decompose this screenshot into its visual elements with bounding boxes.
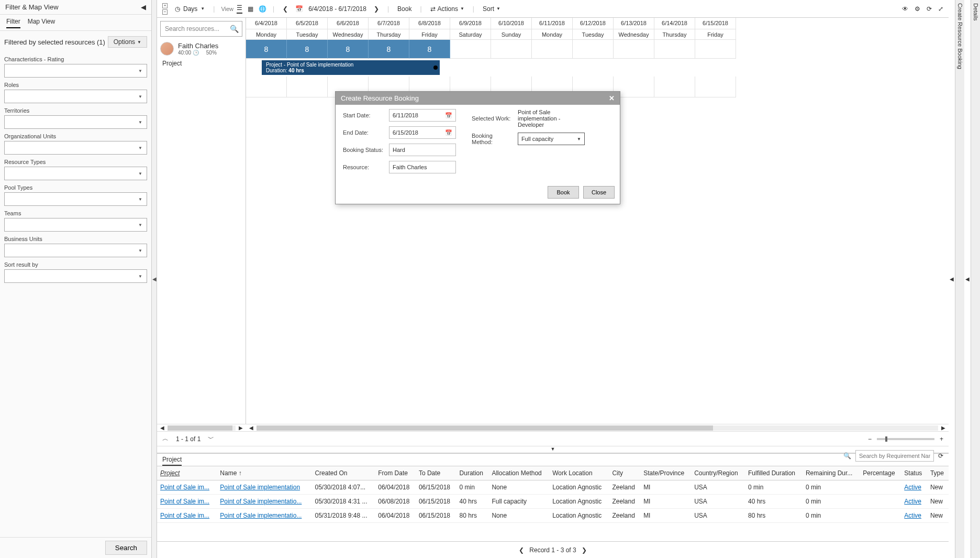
create-booking-panel-collapsed[interactable]: Create Resource Booking [955, 0, 964, 558]
booking-status-input[interactable]: Hard [389, 144, 456, 156]
name-link[interactable]: Point of Sale implementation [220, 484, 300, 491]
modal-close-button[interactable]: Close [583, 186, 615, 199]
name-link[interactable]: Point of Sale implementatio... [220, 498, 302, 505]
resource-input[interactable]: Faith Charles [389, 161, 456, 173]
fullscreen-icon[interactable]: ⤢ [938, 5, 943, 13]
bottom-pager-text: Record 1 - 3 of 3 [529, 546, 576, 554]
weekday-header: Friday [409, 29, 450, 40]
tab-filter[interactable]: Filter [6, 18, 20, 28]
filter-select[interactable] [4, 64, 147, 78]
end-date-input[interactable]: 6/15/2018📅 [389, 126, 456, 139]
table-row[interactable]: Point of Sale im... Point of Sale implem… [157, 509, 949, 523]
day-header: 6/14/2018 [654, 18, 695, 29]
filter-select[interactable] [4, 244, 147, 257]
bottom-refresh-icon[interactable]: ⟳ [938, 452, 943, 459]
selected-work-text: Point of Sale implementation - Developer [518, 109, 586, 128]
start-date-input[interactable]: 6/11/2018📅 [389, 109, 456, 122]
filter-select[interactable] [4, 141, 147, 155]
booking-bar[interactable]: Project - Point of Sale implementation D… [262, 60, 440, 75]
project-link[interactable]: Point of Sale im... [160, 498, 209, 505]
name-link[interactable]: Point of Sale implementatio... [220, 512, 302, 519]
collapse-all-icon[interactable]: − [162, 9, 168, 15]
visibility-icon[interactable]: 👁 [902, 5, 908, 13]
sort-button[interactable]: Sort ▼ [481, 3, 503, 15]
filter-select[interactable] [4, 269, 147, 283]
details-panel-collapsed[interactable]: Details [971, 0, 980, 558]
status-link[interactable]: Active [904, 498, 921, 505]
collapse-bottom-toggle[interactable]: ▼ [157, 446, 949, 453]
pager-next[interactable]: ❯ [582, 546, 587, 554]
resize-handle[interactable] [433, 65, 438, 70]
search-resources-input[interactable]: Search resources... 🔍 [160, 21, 242, 37]
zoom-slider[interactable] [877, 438, 934, 440]
requirements-table: ProjectName ↑Created OnFrom DateTo DateD… [157, 466, 949, 523]
search-button[interactable]: Search [105, 541, 147, 555]
column-header[interactable]: Status [901, 466, 927, 480]
pager-prev[interactable]: ❮ [519, 546, 524, 554]
column-header[interactable]: To Date [416, 466, 456, 480]
resource-row[interactable]: Faith Charles 40:00 🕒 50% [157, 40, 246, 58]
filter-select[interactable] [4, 218, 147, 232]
page-up-icon[interactable]: ︿ [162, 434, 169, 443]
column-header[interactable]: Percentage [860, 466, 901, 480]
right-splitter-2[interactable]: ◀ [964, 0, 971, 558]
column-header[interactable]: City [609, 466, 640, 480]
table-row[interactable]: Point of Sale im... Point of Sale implem… [157, 495, 949, 509]
modal-book-button[interactable]: Book [548, 186, 579, 199]
filter-select[interactable] [4, 192, 147, 206]
column-header[interactable]: Type [927, 466, 949, 480]
column-header[interactable]: From Date [375, 466, 416, 480]
refresh-icon[interactable]: ⟳ [927, 5, 932, 13]
options-button[interactable]: Options ▼ [108, 36, 147, 48]
expand-all-icon[interactable]: + [162, 3, 168, 8]
column-header[interactable]: Duration [456, 466, 489, 480]
clock-icon: ◷ [175, 5, 180, 13]
column-header[interactable]: Allocation Method [488, 466, 549, 480]
tab-map-view[interactable]: Map View [28, 18, 55, 28]
hour-cell: 8 [369, 40, 409, 59]
requirement-search-input[interactable] [855, 450, 934, 462]
page-down-icon[interactable]: ﹀ [208, 434, 214, 443]
day-header: 6/6/2018 [328, 18, 369, 29]
column-header[interactable]: Work Location [549, 466, 609, 480]
column-header[interactable]: Project [157, 466, 217, 480]
timescale-days[interactable]: ◷ Days ▼ [173, 3, 207, 15]
column-header[interactable]: Country/Region [691, 466, 745, 480]
collapse-left-icon[interactable]: ◀ [141, 3, 146, 11]
hour-cell [654, 40, 695, 59]
project-link[interactable]: Point of Sale im... [160, 484, 209, 491]
project-link[interactable]: Point of Sale im... [160, 512, 209, 519]
view-grid-icon[interactable]: ▦ [248, 5, 253, 13]
right-splitter-1[interactable]: ◀ [949, 0, 955, 558]
column-header[interactable]: Fulfilled Duration [745, 466, 803, 480]
day-header: 6/12/2018 [573, 18, 614, 29]
column-header[interactable]: State/Province [640, 466, 691, 480]
book-button[interactable]: Book [395, 3, 414, 15]
column-header[interactable]: Created On [311, 466, 375, 480]
bottom-tab-project[interactable]: Project [162, 456, 182, 466]
zoom-out-icon[interactable]: − [868, 435, 872, 443]
nav-prev[interactable]: ❮ [281, 3, 290, 15]
zoom-in-icon[interactable]: + [940, 435, 943, 443]
view-list-icon[interactable]: ☰ [237, 4, 242, 14]
filter-select[interactable] [4, 167, 147, 180]
hour-cell [450, 40, 491, 59]
column-header[interactable]: Name ↑ [217, 466, 311, 480]
settings-icon[interactable]: ⚙ [915, 5, 920, 13]
modal-title: Create Resource Booking [341, 94, 419, 102]
actions-button[interactable]: ⇄ Actions ▼ [428, 3, 466, 15]
calendar-icon[interactable]: 📅 [295, 5, 303, 13]
column-header[interactable]: Remaining Dur... [803, 466, 860, 480]
booking-method-select[interactable]: Full capacity▼ [518, 133, 585, 145]
left-splitter[interactable]: ◀ [152, 0, 157, 558]
close-icon[interactable]: ✕ [609, 94, 615, 102]
filter-select[interactable] [4, 90, 147, 103]
nav-next[interactable]: ❯ [372, 3, 381, 15]
day-header: 6/15/2018 [695, 18, 736, 29]
filter-select[interactable] [4, 115, 147, 129]
table-row[interactable]: Point of Sale im... Point of Sale implem… [157, 480, 949, 495]
bottom-search-icon[interactable]: 🔍 [843, 452, 851, 459]
status-link[interactable]: Active [904, 484, 921, 491]
status-link[interactable]: Active [904, 512, 921, 519]
view-globe-icon[interactable]: 🌐 [259, 5, 266, 13]
